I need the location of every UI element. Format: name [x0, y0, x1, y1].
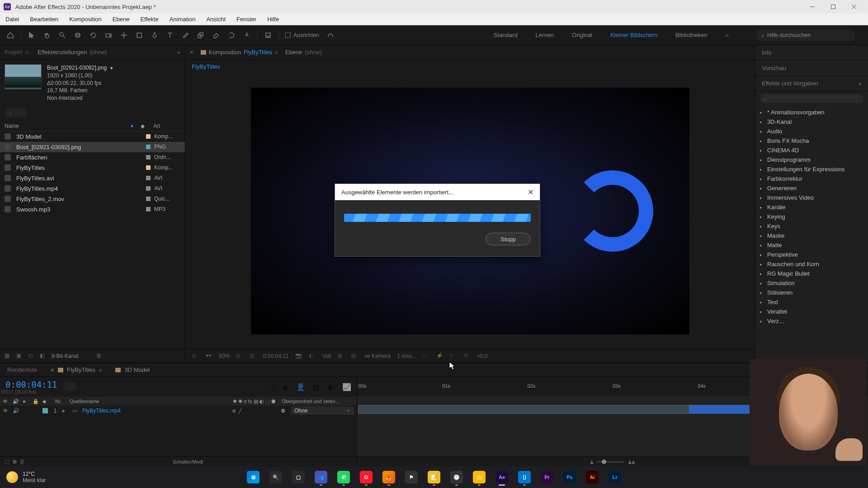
effects-category[interactable]: ▸Verz...: [755, 316, 868, 326]
start-button[interactable]: ⊞: [244, 468, 263, 487]
item-label-color[interactable]: [146, 165, 151, 170]
taskbar-app-generic[interactable]: ⚑: [402, 468, 421, 487]
effects-category[interactable]: ▸RG Magic Bullet: [755, 269, 868, 278]
minimize-button[interactable]: [802, 0, 823, 14]
mask-toggle-icon[interactable]: 👓: [205, 352, 212, 360]
parent-column[interactable]: Übergeordnet und verkn...: [282, 399, 354, 404]
item-label-color[interactable]: [146, 176, 151, 180]
twirl-icon[interactable]: ▸: [62, 408, 69, 414]
visibility-toggle-icon[interactable]: 👁: [3, 408, 9, 414]
home-tool-icon[interactable]: [4, 28, 17, 42]
interpret-footage-icon[interactable]: ▦: [5, 352, 12, 360]
effects-category[interactable]: ▸CINEMA 4D: [755, 145, 868, 155]
audio-toggle-icon[interactable]: 🔊: [13, 408, 19, 414]
help-search-input[interactable]: ⌕ Hilfe durchsuchen: [756, 29, 855, 41]
roto-tool-icon[interactable]: [225, 28, 238, 42]
twirl-icon[interactable]: ▸: [760, 243, 764, 248]
delete-icon[interactable]: 🗑: [96, 352, 104, 360]
taskbar-app-photoshop[interactable]: Ps: [560, 468, 579, 487]
taskbar-app-opera[interactable]: O: [357, 468, 376, 487]
comp-flowchart-icon[interactable]: ⚙: [463, 352, 471, 360]
menu-ansicht[interactable]: Ansicht: [201, 14, 231, 25]
channel-icon[interactable]: ◐: [309, 352, 316, 360]
twirl-icon[interactable]: ▸: [760, 319, 764, 324]
effects-category[interactable]: ▸Kanäle: [755, 202, 868, 212]
menu-komposition[interactable]: Komposition: [64, 14, 107, 25]
twirl-icon[interactable]: ▸: [760, 291, 764, 295]
shape-tool-icon[interactable]: [132, 28, 146, 42]
effects-category[interactable]: ▸3D-Kanal: [755, 117, 868, 127]
column-type[interactable]: Art: [153, 123, 180, 129]
project-item-row[interactable]: Boot_[02921-03092].png PNG: [0, 142, 185, 152]
effects-category[interactable]: ▸Text: [755, 297, 868, 307]
tab-project[interactable]: Projekt ≡: [5, 49, 28, 56]
twirl-icon[interactable]: ▸: [760, 167, 764, 172]
twirl-icon[interactable]: ▸: [760, 177, 764, 181]
effects-category[interactable]: ▸Immersives Video: [755, 193, 868, 202]
tab-render-queue[interactable]: Renderliste: [7, 366, 37, 373]
twirl-icon[interactable]: ▸: [760, 253, 764, 257]
task-view-button[interactable]: ▢: [289, 468, 308, 487]
project-search-input[interactable]: ⌕: [5, 108, 27, 117]
effects-category[interactable]: ▸Rauschen und Korn: [755, 259, 868, 269]
taskbar-app-whatsapp[interactable]: ✆: [334, 468, 353, 487]
maximize-button[interactable]: [823, 0, 844, 14]
guides-icon[interactable]: ▥: [250, 352, 257, 360]
pen-tool-icon[interactable]: [148, 28, 161, 42]
puppet-tool-icon[interactable]: [240, 28, 254, 42]
workspace-standard[interactable]: Standard: [494, 32, 518, 38]
twirl-icon[interactable]: ▸: [760, 158, 764, 162]
snapshot-icon[interactable]: 📷: [295, 352, 302, 360]
clone-tool-icon[interactable]: [194, 28, 208, 42]
effects-category[interactable]: ▸Perspektive: [755, 250, 868, 259]
item-label-color[interactable]: [146, 134, 151, 139]
menu-bearbeiten[interactable]: Bearbeiten: [24, 14, 64, 25]
twirl-icon[interactable]: ▸: [760, 129, 764, 134]
close-button[interactable]: [844, 0, 864, 14]
twirl-icon[interactable]: ▸: [760, 300, 764, 305]
project-item-row[interactable]: Swoosh.mp3 MP3: [0, 204, 185, 215]
panel-overflow-icon[interactable]: »: [177, 49, 180, 56]
item-label-color[interactable]: [146, 197, 151, 201]
comp-mini-flowchart-icon[interactable]: ⬚: [265, 382, 274, 391]
tab-timeline-3dmodel[interactable]: 3D Model: [115, 366, 150, 373]
taskbar-app-illustrator[interactable]: Ai: [583, 468, 602, 487]
effects-category[interactable]: ▸Veraltet: [755, 307, 868, 316]
twirl-icon[interactable]: ▸: [760, 205, 764, 210]
twirl-icon[interactable]: ▸: [760, 148, 764, 153]
workspace-overflow-icon[interactable]: »: [726, 32, 729, 38]
roi-icon[interactable]: ▣: [337, 352, 344, 360]
twirl-icon[interactable]: ▸: [760, 234, 764, 238]
resolution-dropdown[interactable]: Voll: [322, 353, 331, 359]
timeline-icon[interactable]: ≡: [450, 352, 457, 360]
effects-category[interactable]: ▸Boris FX Mocha: [755, 136, 868, 145]
snap-options-icon[interactable]: [324, 28, 337, 42]
hand-tool-icon[interactable]: [40, 28, 54, 42]
timeline-search-input[interactable]: [63, 382, 77, 391]
new-adjustment-icon[interactable]: ◧: [40, 352, 47, 360]
effects-category[interactable]: ▸Keys: [755, 221, 868, 231]
draft-3d-icon[interactable]: ◈: [281, 382, 290, 391]
twirl-icon[interactable]: ▸: [760, 186, 764, 191]
zoom-tool-icon[interactable]: [56, 28, 69, 42]
effects-category[interactable]: ▸Audio: [755, 127, 868, 136]
workspace-bibliotheken[interactable]: Bibliotheken: [675, 32, 708, 38]
effects-category[interactable]: ▸Maske: [755, 231, 868, 240]
view-layout-dropdown[interactable]: 1 Ansi...: [397, 353, 416, 359]
orbit-tool-icon[interactable]: [71, 28, 85, 42]
text-tool-icon[interactable]: [163, 28, 177, 42]
twirl-icon[interactable]: ▸: [760, 224, 764, 229]
effects-category[interactable]: ▸* Animationsvorgaben: [755, 108, 868, 117]
item-label-color[interactable]: [146, 186, 151, 191]
zoom-in-icon[interactable]: ▴▴: [628, 457, 635, 466]
zoom-out-icon[interactable]: ▴: [590, 457, 594, 466]
sort-arrow-icon[interactable]: ▲: [130, 123, 134, 129]
layer-label-color[interactable]: [42, 408, 48, 413]
taskbar-app-after-effects[interactable]: Ae: [492, 468, 511, 487]
taskbar-app-teams[interactable]: 👥: [311, 468, 330, 487]
close-tab-icon[interactable]: ×: [190, 49, 193, 56]
twirl-icon[interactable]: ▸: [760, 120, 764, 124]
twirl-icon[interactable]: ▸: [760, 262, 764, 267]
current-timecode[interactable]: 0:00:04:11: [5, 380, 57, 389]
toggle-modes-icon[interactable]: ⊞: [13, 459, 17, 465]
